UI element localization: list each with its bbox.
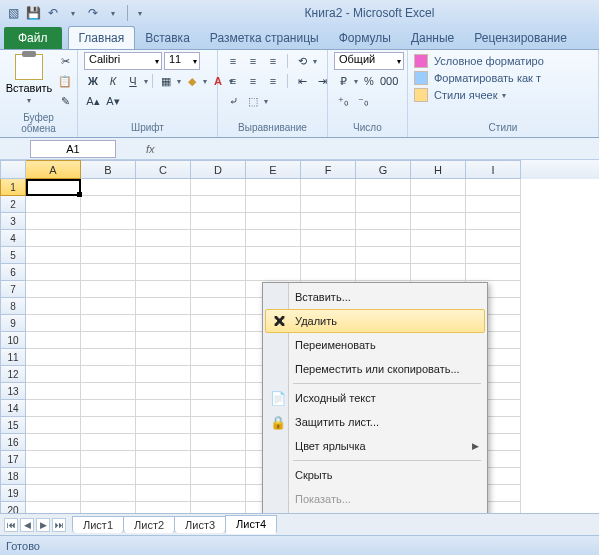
cell[interactable] <box>301 179 356 196</box>
col-header[interactable]: G <box>356 160 411 179</box>
redo-dropdown-icon[interactable]: ▾ <box>104 4 122 22</box>
row-header[interactable]: 5 <box>0 247 26 264</box>
redo-icon[interactable]: ↷ <box>84 4 102 22</box>
tab-formulas[interactable]: Формулы <box>329 27 401 49</box>
indent-dec-icon[interactable]: ⇤ <box>293 72 311 90</box>
cell[interactable] <box>191 247 246 264</box>
col-header[interactable]: D <box>191 160 246 179</box>
col-header[interactable]: H <box>411 160 466 179</box>
cell[interactable] <box>466 213 521 230</box>
name-box[interactable]: A1 <box>30 140 116 158</box>
cell[interactable] <box>81 247 136 264</box>
cell[interactable] <box>26 264 81 281</box>
cell[interactable] <box>81 400 136 417</box>
comma-icon[interactable]: 000 <box>380 72 398 90</box>
format-painter-icon[interactable]: ✎ <box>56 92 74 110</box>
row-header[interactable]: 10 <box>0 332 26 349</box>
cell[interactable] <box>136 349 191 366</box>
cell[interactable] <box>81 281 136 298</box>
cell-styles-button[interactable]: Стили ячеек▾ <box>414 88 506 102</box>
cell[interactable] <box>26 417 81 434</box>
cell[interactable] <box>136 247 191 264</box>
cell[interactable] <box>81 383 136 400</box>
undo-dropdown-icon[interactable]: ▾ <box>64 4 82 22</box>
row-header[interactable]: 16 <box>0 434 26 451</box>
row-header[interactable]: 15 <box>0 417 26 434</box>
cell[interactable] <box>81 264 136 281</box>
nav-next-icon[interactable]: ▶ <box>36 518 50 532</box>
cell[interactable] <box>411 213 466 230</box>
menu-insert[interactable]: Вставить... <box>265 285 485 309</box>
cell[interactable] <box>191 179 246 196</box>
row-header[interactable]: 19 <box>0 485 26 502</box>
shrink-font-icon[interactable]: A▾ <box>104 92 122 110</box>
col-header[interactable]: I <box>466 160 521 179</box>
cell[interactable] <box>26 298 81 315</box>
menu-rename[interactable]: Переименовать <box>265 333 485 357</box>
row-header[interactable]: 14 <box>0 400 26 417</box>
italic-button[interactable]: К <box>104 72 122 90</box>
cell[interactable] <box>191 434 246 451</box>
row-header[interactable]: 13 <box>0 383 26 400</box>
cell[interactable] <box>301 196 356 213</box>
conditional-format-button[interactable]: Условное форматиро <box>414 54 544 68</box>
cell[interactable] <box>191 332 246 349</box>
cell[interactable] <box>301 213 356 230</box>
nav-first-icon[interactable]: ⏮ <box>4 518 18 532</box>
format-as-table-button[interactable]: Форматировать как т <box>414 71 541 85</box>
cell[interactable] <box>356 264 411 281</box>
qat-customize-icon[interactable]: ▾ <box>131 4 149 22</box>
cell[interactable] <box>26 485 81 502</box>
cell[interactable] <box>191 264 246 281</box>
wrap-text-icon[interactable]: ⤶ <box>224 92 242 110</box>
cell[interactable] <box>81 468 136 485</box>
cell[interactable] <box>246 213 301 230</box>
cell[interactable] <box>26 179 81 196</box>
cell[interactable] <box>81 315 136 332</box>
cell[interactable] <box>301 230 356 247</box>
fx-icon[interactable]: fx <box>146 143 155 155</box>
cell[interactable] <box>466 196 521 213</box>
nav-prev-icon[interactable]: ◀ <box>20 518 34 532</box>
cell[interactable] <box>136 434 191 451</box>
row-header[interactable]: 2 <box>0 196 26 213</box>
file-tab[interactable]: Файл <box>4 27 62 49</box>
cell[interactable] <box>136 213 191 230</box>
col-header[interactable]: A <box>26 160 81 179</box>
cell[interactable] <box>356 230 411 247</box>
cut-icon[interactable]: ✂ <box>56 52 74 70</box>
col-header[interactable]: C <box>136 160 191 179</box>
cell[interactable] <box>191 298 246 315</box>
cell[interactable] <box>26 247 81 264</box>
cell[interactable] <box>246 179 301 196</box>
cell[interactable] <box>246 230 301 247</box>
fill-color-icon[interactable]: ◆ <box>183 72 201 90</box>
tab-home[interactable]: Главная <box>68 26 136 49</box>
dec-decimal-icon[interactable]: ⁻₀ <box>354 92 372 110</box>
row-header[interactable]: 3 <box>0 213 26 230</box>
cell[interactable] <box>81 417 136 434</box>
tab-data[interactable]: Данные <box>401 27 464 49</box>
cell[interactable] <box>191 400 246 417</box>
number-format-select[interactable]: Общий▾ <box>334 52 404 70</box>
align-top-icon[interactable]: ≡ <box>224 52 242 70</box>
menu-move-copy[interactable]: Переместить или скопировать... <box>265 357 485 381</box>
row-header[interactable]: 1 <box>0 179 26 196</box>
col-header[interactable]: E <box>246 160 301 179</box>
cell[interactable] <box>356 213 411 230</box>
sheet-tab[interactable]: Лист2 <box>123 516 175 533</box>
cell[interactable] <box>26 332 81 349</box>
cell[interactable] <box>191 366 246 383</box>
bold-button[interactable]: Ж <box>84 72 102 90</box>
cell[interactable] <box>136 485 191 502</box>
cell[interactable] <box>246 247 301 264</box>
cell[interactable] <box>301 247 356 264</box>
row-header[interactable]: 17 <box>0 451 26 468</box>
sheet-tab[interactable]: Лист3 <box>174 516 226 533</box>
cell[interactable] <box>26 315 81 332</box>
cell[interactable] <box>301 264 356 281</box>
row-header[interactable]: 18 <box>0 468 26 485</box>
cell[interactable] <box>191 485 246 502</box>
cell[interactable] <box>26 230 81 247</box>
cell[interactable] <box>81 179 136 196</box>
